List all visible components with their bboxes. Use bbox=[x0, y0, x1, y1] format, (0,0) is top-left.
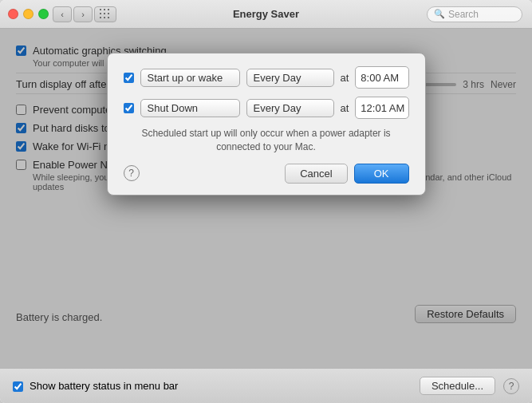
search-placeholder: Search bbox=[448, 9, 479, 20]
modal-row2-action-select[interactable]: Start up or wake Sleep Restart Shut Down bbox=[140, 99, 240, 117]
grid-menu-button[interactable] bbox=[94, 6, 116, 22]
modal-bottom: ? Cancel OK bbox=[124, 164, 409, 184]
show-battery-text: Show battery status in menu bar bbox=[30, 380, 178, 392]
modal-row2-time-wrapper: ▲ ▼ bbox=[355, 97, 408, 119]
traffic-lights bbox=[8, 9, 49, 19]
minimize-button[interactable] bbox=[23, 9, 33, 19]
schedule-modal: Start up or wake Sleep Restart Shut Down… bbox=[107, 53, 426, 196]
app-window: ‹ › Energy Saver 🔍 Search Automatic grap… bbox=[0, 0, 532, 403]
maximize-button[interactable] bbox=[38, 9, 49, 19]
modal-overlay: Start up or wake Sleep Restart Shut Down… bbox=[0, 29, 532, 368]
modal-row2-day-select[interactable]: Every Day Weekdays Weekends bbox=[246, 99, 334, 117]
forward-button[interactable]: › bbox=[73, 6, 93, 22]
nav-buttons: ‹ › bbox=[53, 6, 93, 22]
search-box[interactable]: 🔍 Search bbox=[427, 6, 522, 22]
close-button[interactable] bbox=[8, 9, 18, 19]
back-button[interactable]: ‹ bbox=[53, 6, 72, 22]
modal-row1-day-wrapper: Every Day Weekdays Weekends bbox=[246, 69, 334, 87]
titlebar: ‹ › Energy Saver 🔍 Search bbox=[0, 0, 532, 29]
modal-row2-time-input[interactable] bbox=[356, 100, 408, 117]
show-battery-label-wrapper[interactable]: Show battery status in menu bar bbox=[13, 380, 178, 392]
modal-row2-action-wrapper: Start up or wake Sleep Restart Shut Down bbox=[140, 99, 240, 117]
modal-row1-action-wrapper: Start up or wake Sleep Restart Shut Down bbox=[140, 69, 240, 87]
help-button[interactable]: ? bbox=[503, 378, 519, 394]
show-battery-row: Show battery status in menu bar bbox=[13, 380, 178, 392]
schedule-button[interactable]: Schedule... bbox=[420, 377, 495, 395]
modal-row-2: Start up or wake Sleep Restart Shut Down… bbox=[124, 97, 409, 119]
modal-row1-at: at bbox=[341, 72, 349, 84]
main-content: Automatic graphics switching Your comput… bbox=[0, 29, 532, 368]
modal-row2-day-wrapper: Every Day Weekdays Weekends bbox=[246, 99, 334, 117]
modal-row1-day-select[interactable]: Every Day Weekdays Weekends bbox=[246, 69, 334, 87]
modal-row1-time-input[interactable] bbox=[356, 69, 408, 86]
modal-row1-time-wrapper: ▲ ▼ bbox=[355, 66, 408, 89]
modal-action-buttons: Cancel OK bbox=[285, 164, 408, 184]
bottom-bar: Show battery status in menu bar Schedule… bbox=[0, 368, 532, 403]
modal-row1-checkbox[interactable] bbox=[124, 73, 134, 83]
modal-row2-at: at bbox=[341, 102, 349, 114]
window-title: Energy Saver bbox=[233, 8, 299, 20]
cancel-button[interactable]: Cancel bbox=[285, 164, 347, 184]
modal-row-1: Start up or wake Sleep Restart Shut Down… bbox=[124, 66, 409, 89]
show-battery-checkbox[interactable] bbox=[13, 381, 23, 392]
search-icon: 🔍 bbox=[434, 9, 445, 19]
bottom-right: Schedule... ? bbox=[420, 377, 519, 395]
grid-icon bbox=[100, 9, 111, 20]
modal-help-button[interactable]: ? bbox=[124, 165, 140, 181]
ok-button[interactable]: OK bbox=[354, 164, 409, 184]
modal-notice: Scheduled start up will only occur when … bbox=[124, 127, 409, 154]
modal-row2-checkbox[interactable] bbox=[124, 103, 134, 113]
modal-row1-action-select[interactable]: Start up or wake Sleep Restart Shut Down bbox=[140, 69, 240, 87]
